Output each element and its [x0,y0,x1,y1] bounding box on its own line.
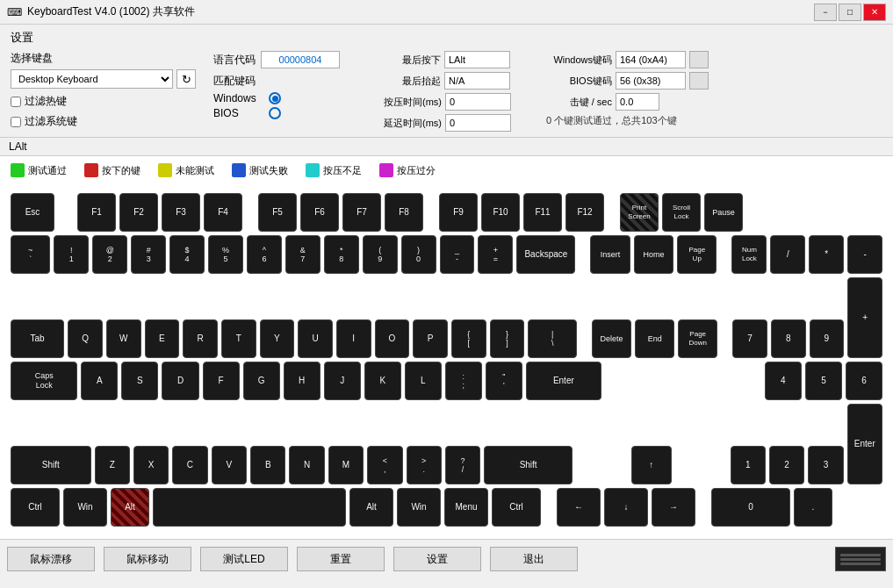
key-right-bracket[interactable]: }] [490,319,525,358]
key-delete[interactable]: Delete [592,319,631,358]
key-num-lock[interactable]: NumLock [731,235,767,274]
key-win-right[interactable]: Win [397,488,441,527]
key-page-down[interactable]: PageDown [678,319,717,358]
key-arrow-left[interactable]: ← [557,488,601,527]
key-minus[interactable]: _- [440,235,475,274]
key-equals[interactable]: += [478,235,513,274]
key-f8[interactable]: F8 [385,193,423,232]
filter-hotkey-checkbox[interactable] [11,97,21,107]
key-p[interactable]: P [413,319,448,358]
key-end[interactable]: End [635,319,674,358]
key-num-6[interactable]: 6 [846,362,882,400]
key-f3[interactable]: F3 [162,193,200,232]
key-8[interactable]: *8 [324,235,359,274]
key-num-minus[interactable]: - [847,235,882,274]
key-f6[interactable]: F6 [300,193,339,232]
key-i[interactable]: I [336,319,371,358]
key-alt-right[interactable]: Alt [349,488,393,527]
refresh-button[interactable]: ↻ [176,69,196,89]
key-page-up[interactable]: PageUp [677,235,717,274]
key-ctrl-right[interactable]: Ctrl [492,488,541,527]
key-num-0[interactable]: 0 [711,488,790,527]
key-k[interactable]: K [364,362,401,400]
key-enter[interactable]: Enter [526,362,601,400]
key-q[interactable]: Q [68,319,103,358]
key-num-8[interactable]: 8 [771,319,806,358]
key-backspace[interactable]: Backspace [516,235,575,274]
key-y[interactable]: Y [260,319,295,358]
key-semicolon[interactable]: :; [445,362,482,400]
key-c[interactable]: C [172,446,207,484]
key-1[interactable]: !1 [54,235,89,274]
key-b[interactable]: B [250,446,285,484]
key-num-5[interactable]: 5 [805,362,842,400]
key-0[interactable]: )0 [401,235,436,274]
key-print[interactable]: PrintScreen [620,193,659,232]
key-6[interactable]: ^6 [247,235,282,274]
key-esc[interactable]: Esc [11,193,54,232]
key-comma[interactable]: <, [367,446,402,484]
key-f9[interactable]: F9 [439,193,478,232]
key-num-3[interactable]: 3 [808,446,843,484]
key-r[interactable]: R [183,319,218,358]
key-ctrl-left[interactable]: Ctrl [11,488,60,527]
key-shift-right[interactable]: Shift [484,446,573,484]
key-num-4[interactable]: 4 [765,362,802,400]
key-num-star[interactable]: * [809,235,844,274]
key-f10[interactable]: F10 [481,193,520,232]
key-quote[interactable]: "' [486,362,522,400]
key-menu[interactable]: Menu [444,488,488,527]
key-f2[interactable]: F2 [119,193,158,232]
key-backtick[interactable]: ~` [11,235,50,274]
key-arrow-right[interactable]: → [652,488,695,527]
key-f4[interactable]: F4 [204,193,242,232]
key-3[interactable]: #3 [131,235,166,274]
key-num-9[interactable]: 9 [810,319,845,358]
key-9[interactable]: (9 [363,235,398,274]
key-arrow-up[interactable]: ↑ [631,446,672,484]
key-f[interactable]: F [203,362,240,400]
key-2[interactable]: @2 [92,235,127,274]
key-num-1[interactable]: 1 [731,446,766,484]
key-num-7[interactable]: 7 [732,319,767,358]
filter-system-checkbox[interactable] [11,117,21,127]
key-pause[interactable]: Pause [704,193,743,232]
key-tab[interactable]: Tab [11,319,64,358]
minimize-button[interactable]: － [814,4,837,21]
key-e[interactable]: E [145,319,180,358]
key-alt-left[interactable]: Alt [111,488,149,527]
key-d[interactable]: D [162,362,198,400]
key-f7[interactable]: F7 [342,193,381,232]
keyboard-select[interactable]: Desktop Keyboard [11,69,173,89]
key-win-left[interactable]: Win [63,488,107,527]
exit-button[interactable]: 退出 [490,547,578,571]
reset-button[interactable]: 重置 [297,547,385,571]
key-v[interactable]: V [212,446,247,484]
key-7[interactable]: &7 [285,235,320,274]
key-j[interactable]: J [324,362,361,400]
key-num-slash[interactable]: / [770,235,805,274]
key-t[interactable]: T [221,319,256,358]
key-arrow-down[interactable]: ↓ [604,488,648,527]
key-num-enter[interactable]: Enter [847,404,882,484]
key-o[interactable]: O [375,319,410,358]
mouse-drift-button[interactable]: 鼠标漂移 [7,547,95,571]
maximize-button[interactable]: □ [839,4,861,21]
key-f11[interactable]: F11 [523,193,562,232]
lang-code-input[interactable] [261,51,340,68]
match-windows-radio[interactable] [269,92,281,104]
key-f1[interactable]: F1 [77,193,116,232]
key-shift-left[interactable]: Shift [11,446,91,484]
key-m[interactable]: M [328,446,364,484]
test-led-button[interactable]: 测试LED [200,547,288,571]
key-home[interactable]: Home [634,235,673,274]
key-slash[interactable]: ?/ [445,446,480,484]
key-h[interactable]: H [284,362,320,400]
close-button[interactable]: ✕ [863,4,886,21]
key-f12[interactable]: F12 [565,193,604,232]
settings-button[interactable]: 设置 [393,547,481,571]
key-num-2[interactable]: 2 [769,446,804,484]
mouse-move-button[interactable]: 鼠标移动 [104,547,191,571]
key-left-bracket[interactable]: {[ [451,319,486,358]
key-caps-lock[interactable]: CapsLock [11,362,77,400]
